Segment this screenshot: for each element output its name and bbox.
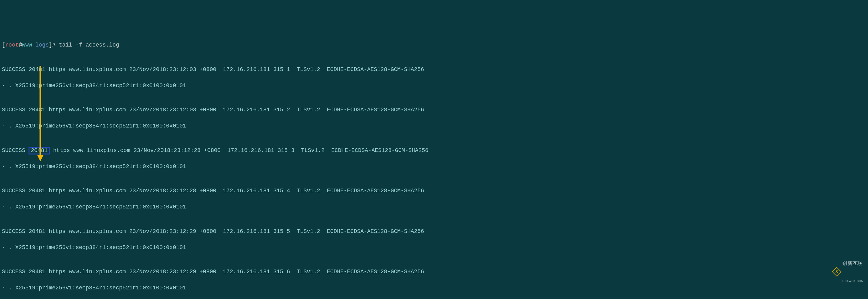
log-line: SUCCESS 20481 https www.linuxplus.com 23… (2, 187, 868, 195)
svg-marker-1 (37, 155, 43, 161)
log-line: SUCCESS 20481 https www.linuxplus.com 23… (2, 268, 868, 276)
prompt-hash: # (52, 42, 59, 48)
log-line: SUCCESS 20481 https www.linuxplus.com 23… (2, 65, 868, 73)
watermark-text: 创新互联 CDXWCX.COM (843, 247, 864, 296)
log-line: - . X25519:prime256v1:secp384r1:secp521r… (2, 203, 868, 211)
bracket-close: ] (49, 42, 52, 48)
watermark-line1: 创新互联 (843, 260, 864, 267)
bracket-open: [ (2, 42, 5, 48)
watermark-line2: CDXWCX.COM (843, 279, 864, 283)
log-suffix: https www.linuxplus.com 23/Nov/2018:23:1… (50, 147, 428, 154)
log-line: - . X25519:prime256v1:secp384r1:secp521r… (2, 122, 868, 130)
prompt-line-1[interactable]: [root@www logs]# tail -f access.log (2, 41, 868, 49)
pid-highlight-blue: 20481 (29, 147, 50, 155)
log-line: - . X25519:prime256v1:secp384r1:secp521r… (2, 81, 868, 90)
log-line: - . X25519:prime256v1:secp384r1:secp521r… (2, 284, 868, 292)
log-line: SUCCESS 20481 https www.linuxplus.com 23… (2, 106, 868, 114)
watermark-logo-icon: X (832, 267, 841, 276)
at-sign: @ (19, 42, 22, 48)
log-prefix: SUCCESS (2, 147, 29, 154)
log-line-highlighted: SUCCESS 20481 https www.linuxplus.com 23… (2, 146, 868, 155)
prompt-host: www (22, 42, 32, 48)
watermark: X 创新互联 CDXWCX.COM (833, 247, 864, 296)
space (32, 42, 35, 48)
log-line: SUCCESS 20481 https www.linuxplus.com 23… (2, 227, 868, 235)
log-line: - . X25519:prime256v1:secp384r1:secp521r… (2, 243, 868, 252)
prompt-user: root (5, 42, 19, 48)
prompt-dir: logs (35, 42, 49, 48)
log-line: - . X25519:prime256v1:secp384r1:secp521r… (2, 163, 868, 171)
command-tail: tail -f access.log (59, 42, 119, 48)
